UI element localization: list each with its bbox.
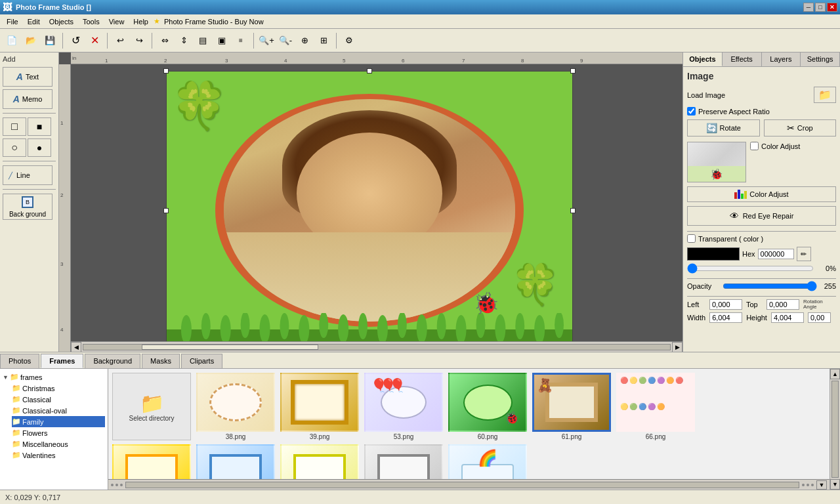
- opacity-slider[interactable]: [723, 282, 817, 291]
- settings-button[interactable]: ⚙: [340, 32, 358, 50]
- new-button[interactable]: 📄: [3, 32, 21, 50]
- transparent-checkbox[interactable]: [687, 234, 696, 243]
- color-adjust-button[interactable]: Color Adjust: [687, 186, 836, 202]
- eyedropper-button[interactable]: ✏: [797, 247, 811, 261]
- align-left-button[interactable]: ▤: [194, 32, 212, 50]
- height-input[interactable]: [771, 312, 804, 323]
- thumb-img-71[interactable]: 🌈: [448, 444, 527, 479]
- tree-item-classical[interactable]: 📁 Classical: [12, 394, 105, 405]
- thumb-item-38[interactable]: 38.png: [196, 373, 275, 440]
- color-swatch[interactable]: [687, 247, 740, 261]
- tree-item-classical-oval[interactable]: 📁 Classical-oval: [12, 405, 105, 416]
- preserve-aspect-checkbox[interactable]: [687, 107, 696, 116]
- zoom-percent-button[interactable]: ⊕: [295, 32, 314, 50]
- handle-ml[interactable]: [163, 208, 169, 213]
- arrange-button[interactable]: ▣: [213, 32, 231, 50]
- rotation-input[interactable]: [808, 312, 831, 323]
- thumb-item-69[interactable]: 69.png: [280, 444, 359, 479]
- distribute-button[interactable]: ≡: [232, 32, 250, 50]
- color-adjust-checkbox[interactable]: [750, 142, 759, 150]
- canvas-viewport[interactable]: 🍀 🍀: [71, 64, 682, 352]
- maximize-button[interactable]: □: [815, 3, 826, 12]
- width-input[interactable]: [709, 312, 742, 323]
- thumb-img-69[interactable]: [280, 444, 359, 479]
- vscroll-down-arrow[interactable]: ▼: [830, 479, 840, 490]
- tab-masks[interactable]: Masks: [142, 354, 180, 368]
- thumb-item-67[interactable]: 67.png: [112, 444, 191, 479]
- add-line-button[interactable]: ╱ Line: [3, 165, 52, 185]
- flip-v-button[interactable]: ⇕: [175, 32, 193, 50]
- tree-item-flowers[interactable]: 📁 Flowers: [12, 427, 105, 438]
- zoom-in-button[interactable]: 🔍+: [257, 32, 276, 50]
- tree-item-christmas[interactable]: 📁 Christmas: [12, 383, 105, 394]
- tree-item-miscellaneous[interactable]: 📁 Miscellaneous: [12, 438, 105, 450]
- thumbnails-hscrollbar[interactable]: ▼: [108, 479, 830, 490]
- handle-tm[interactable]: [367, 68, 372, 74]
- zoom-out-button[interactable]: 🔍-: [276, 32, 295, 50]
- thumb-img-61[interactable]: 🧸: [532, 373, 611, 432]
- minimize-button[interactable]: ─: [803, 3, 814, 12]
- frame-photo-oval[interactable]: [224, 99, 516, 321]
- scroll-right-arrow[interactable]: ▶: [672, 342, 682, 352]
- rotate-button[interactable]: 🔄 Rotate: [687, 119, 760, 136]
- thumb-item-68[interactable]: 68.png: [196, 444, 275, 479]
- thumb-img-67[interactable]: [112, 444, 191, 479]
- thumb-item-66[interactable]: 🔴🟡🟢🔵 🟣🟠🔴🟡 🟢🔵🟣🟠 66.png: [616, 373, 695, 440]
- save-button[interactable]: 💾: [41, 32, 59, 50]
- handle-tr[interactable]: [570, 68, 576, 74]
- thumb-img-60[interactable]: 🐞: [448, 373, 527, 432]
- load-image-button[interactable]: 📁: [814, 87, 836, 103]
- undo-button[interactable]: ↩: [111, 32, 129, 50]
- action-button[interactable]: ✕: [85, 32, 104, 50]
- tree-root[interactable]: ▼ 📁 frames: [3, 371, 105, 383]
- scroll-thumb-h[interactable]: [142, 345, 318, 350]
- transparency-slider[interactable]: [687, 264, 814, 273]
- thumbnails-scroll[interactable]: 📁 Select directory 38.png: [108, 369, 830, 479]
- menu-edit[interactable]: Edit: [24, 16, 44, 27]
- thumb-scroll-track[interactable]: [125, 482, 799, 488]
- thumb-item-60[interactable]: 🐞 60.png: [448, 373, 527, 440]
- tab-photos[interactable]: Photos: [0, 354, 39, 368]
- tree-item-valentines[interactable]: 📁 Valentines: [12, 450, 105, 461]
- open-button[interactable]: 📂: [22, 32, 40, 50]
- scroll-track-h[interactable]: [83, 344, 671, 350]
- add-rect-fill-button[interactable]: ■: [28, 117, 51, 136]
- menu-objects[interactable]: Objects: [45, 16, 77, 27]
- tab-cliparts[interactable]: Cliparts: [181, 354, 222, 368]
- thumb-img-66[interactable]: 🔴🟡🟢🔵 🟣🟠🔴🟡 🟢🔵🟣🟠: [616, 373, 695, 432]
- red-eye-repair-button[interactable]: 👁 Red Eye Repair: [687, 206, 836, 226]
- tree-item-family[interactable]: 📁 Family: [12, 416, 105, 427]
- scroll-down-arrow[interactable]: ▼: [816, 480, 827, 490]
- add-rect-button[interactable]: □: [3, 117, 26, 136]
- thumb-item-39[interactable]: 39.png: [280, 373, 359, 440]
- tab-settings[interactable]: Settings: [801, 52, 840, 66]
- add-text-button[interactable]: A Text: [3, 67, 52, 87]
- vscroll-up-arrow[interactable]: ▲: [830, 369, 840, 379]
- flip-h-button[interactable]: ⇔: [156, 32, 174, 50]
- thumb-img-70[interactable]: [364, 444, 443, 479]
- add-background-button[interactable]: B Back ground: [3, 194, 52, 220]
- menu-help[interactable]: Help: [129, 16, 152, 27]
- thumb-item-70[interactable]: 70.png: [364, 444, 443, 479]
- tab-frames[interactable]: Frames: [41, 354, 83, 368]
- left-input[interactable]: [709, 299, 742, 310]
- menu-tools[interactable]: Tools: [79, 16, 104, 27]
- thumb-img-38[interactable]: [196, 373, 275, 432]
- menu-view[interactable]: View: [105, 16, 129, 27]
- canvas-frame-container[interactable]: 🍀 🍀: [166, 71, 573, 350]
- thumb-item-71[interactable]: 🌈 71.png: [448, 444, 527, 479]
- redo-button[interactable]: ↪: [130, 32, 148, 50]
- frame-image[interactable]: 🍀 🍀: [166, 71, 573, 350]
- thumb-img-39[interactable]: [280, 373, 359, 432]
- add-memo-button[interactable]: A Memo: [3, 89, 52, 109]
- top-input[interactable]: [766, 299, 799, 310]
- scroll-left-arrow[interactable]: ◀: [71, 342, 81, 352]
- tab-objects[interactable]: Objects: [683, 52, 723, 66]
- hex-input[interactable]: [758, 249, 794, 259]
- select-directory-item[interactable]: 📁 Select directory: [112, 373, 191, 440]
- thumb-item-61[interactable]: 🧸 61.png: [532, 373, 611, 440]
- menu-file[interactable]: File: [3, 16, 22, 27]
- tab-layers[interactable]: Layers: [762, 52, 801, 66]
- tab-background[interactable]: Background: [85, 354, 140, 368]
- crop-button[interactable]: ✂ Crop: [764, 119, 837, 136]
